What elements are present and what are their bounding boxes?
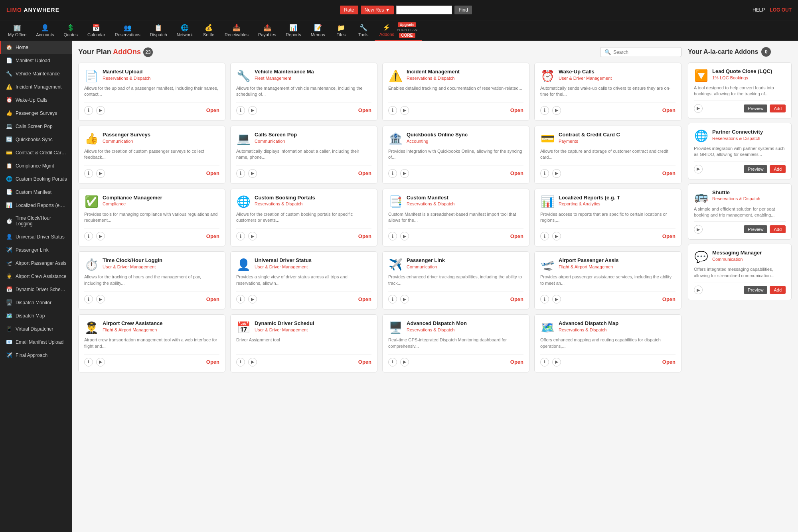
sidebar-item-compliance-mgmt[interactable]: 📋 Compliance Mgmt (0, 159, 72, 172)
addon-open-button-dispatch-map[interactable]: Open (662, 359, 676, 365)
nav-tools[interactable]: 🔧 Tools (352, 20, 375, 41)
sidebar-item-final-approach[interactable]: ✈️ Final Approach (0, 349, 72, 362)
addon-play-icon-quickbooks-sync[interactable]: ▶ (400, 169, 409, 178)
addon-info-icon-passenger-surveys[interactable]: ℹ (84, 169, 93, 178)
addon-info-icon-time-clock[interactable]: ℹ (84, 295, 93, 303)
addon-open-button-universal-driver-status[interactable]: Open (358, 296, 371, 302)
addon-info-icon-incident-management[interactable]: ℹ (388, 106, 397, 115)
addon-open-button-custom-booking-portals[interactable]: Open (358, 233, 371, 239)
nav-quotes[interactable]: 💲 Quotes (59, 20, 83, 41)
addon-info-icon-airport-crew-assistance[interactable]: ℹ (84, 358, 93, 366)
sidebar-item-wake-up-calls[interactable]: ⏰ Wake-Up Calls (0, 93, 72, 106)
sidebar-item-custom-manifest[interactable]: 📑 Custom Manifest (0, 185, 72, 199)
addon-open-button-passenger-link[interactable]: Open (510, 296, 523, 302)
addon-info-icon-custom-booking-portals[interactable]: ℹ (236, 232, 245, 240)
alacarte-add-button-lead-quote-close[interactable]: Add (770, 104, 786, 112)
sidebar-item-quickbooks-sync[interactable]: 🔄 Quickbooks Sync (0, 133, 72, 146)
logout-button[interactable]: LOG OUT (770, 7, 792, 13)
sidebar-item-localized-reports[interactable]: 📊 Localized Reports (e.g. T (0, 199, 72, 212)
addon-play-icon-time-clock[interactable]: ▶ (96, 295, 105, 303)
alacarte-preview-button-messaging-manager[interactable]: Preview (744, 286, 767, 294)
addon-info-icon-airport-passenger-asst[interactable]: ℹ (540, 295, 549, 303)
addon-open-button-contract-credit-card[interactable]: Open (662, 170, 676, 176)
sidebar-item-home[interactable]: 🏠 Home (0, 41, 72, 54)
nav-accounts[interactable]: 👤 Accounts (31, 20, 59, 41)
alacarte-play-icon-lead-quote-close[interactable]: ▶ (694, 104, 703, 113)
addon-open-button-manifest-upload[interactable]: Open (206, 107, 219, 113)
addon-open-button-compliance-mgmt[interactable]: Open (206, 233, 219, 239)
sidebar-item-calls-screen-pop[interactable]: 💻 Calls Screen Pop (0, 120, 72, 133)
sidebar-item-passenger-surveys[interactable]: 👍 Passenger Surveys (0, 106, 72, 120)
alacarte-add-button-shuttle[interactable]: Add (770, 225, 786, 233)
nav-myoffice[interactable]: 🏢 My Office (3, 20, 31, 41)
addon-info-icon-custom-manifest[interactable]: ℹ (388, 232, 397, 240)
nav-files[interactable]: 📁 Files (330, 20, 352, 41)
addon-play-icon-universal-driver-status[interactable]: ▶ (248, 295, 257, 303)
top-search-input[interactable] (396, 6, 452, 14)
addon-play-icon-localized-reports[interactable]: ▶ (552, 232, 561, 240)
addon-play-icon-incident-management[interactable]: ▶ (400, 106, 409, 115)
nav-dispatch[interactable]: 📋 Dispatch (145, 20, 172, 41)
addon-info-icon-calls-screen-pop[interactable]: ℹ (236, 169, 245, 178)
addon-play-icon-airport-crew-assistance[interactable]: ▶ (96, 358, 105, 366)
addon-open-button-dynamic-driver-scheduling[interactable]: Open (358, 359, 371, 365)
sidebar-item-airport-passenger-asst[interactable]: 🛫 Airport Passenger Assis (0, 256, 72, 270)
search-input[interactable] (613, 49, 677, 55)
addon-info-icon-manifest-upload[interactable]: ℹ (84, 106, 93, 115)
addon-info-icon-dispatch-monitor[interactable]: ℹ (388, 358, 397, 366)
alacarte-preview-button-lead-quote-close[interactable]: Preview (744, 104, 767, 112)
sidebar-item-contract-credit-card[interactable]: 💳 Contract & Credit Card C (0, 146, 72, 159)
addon-info-icon-dynamic-driver-scheduling[interactable]: ℹ (236, 358, 245, 366)
addon-open-button-quickbooks-sync[interactable]: Open (510, 170, 523, 176)
addon-play-icon-dynamic-driver-scheduling[interactable]: ▶ (248, 358, 257, 366)
sidebar-item-passenger-link[interactable]: ✈️ Passenger Link (0, 243, 72, 256)
nav-reports[interactable]: 📊 Reports (281, 20, 306, 41)
addon-info-icon-quickbooks-sync[interactable]: ℹ (388, 169, 397, 178)
rate-button[interactable]: Rate (340, 6, 358, 14)
addon-play-icon-calls-screen-pop[interactable]: ▶ (248, 169, 257, 178)
addon-info-icon-contract-credit-card[interactable]: ℹ (540, 169, 549, 178)
addon-play-icon-vehicle-maintenance[interactable]: ▶ (248, 106, 257, 115)
sidebar-item-universal-driver-status[interactable]: 👤 Universal Driver Status (0, 230, 72, 243)
sidebar-item-time-clock[interactable]: ⏱️ Time Clock/Hour Logging (0, 212, 72, 230)
addon-open-button-custom-manifest[interactable]: Open (510, 233, 523, 239)
addon-play-icon-wake-up-calls[interactable]: ▶ (552, 106, 561, 115)
nav-memos[interactable]: 📝 Memos (306, 20, 330, 41)
addon-play-icon-custom-booking-portals[interactable]: ▶ (248, 232, 257, 240)
nav-reservations[interactable]: 👥 Reservations (110, 20, 145, 41)
addon-info-icon-wake-up-calls[interactable]: ℹ (540, 106, 549, 115)
addon-info-icon-compliance-mgmt[interactable]: ℹ (84, 232, 93, 240)
addon-open-button-localized-reports[interactable]: Open (662, 233, 676, 239)
alacarte-play-icon-messaging-manager[interactable]: ▶ (694, 286, 703, 294)
addon-open-button-wake-up-calls[interactable]: Open (662, 107, 676, 113)
addon-play-icon-contract-credit-card[interactable]: ▶ (552, 169, 561, 178)
addon-play-icon-custom-manifest[interactable]: ▶ (400, 232, 409, 240)
nav-calendar[interactable]: 📅 Calendar (83, 20, 110, 41)
find-button[interactable]: Find (454, 6, 472, 14)
sidebar-item-custom-booking-portals[interactable]: 🌐 Custom Booking Portals (0, 172, 72, 185)
sidebar-item-dispatch-monitor[interactable]: 🖥️ Dispatch Monitor (0, 296, 72, 309)
addon-info-icon-localized-reports[interactable]: ℹ (540, 232, 549, 240)
sidebar-item-dynamic-driver-scheduling[interactable]: 📅 Dynamic Driver Schedulin (0, 283, 72, 296)
sidebar-item-incident-management[interactable]: ⚠️ Incident Management (0, 80, 72, 93)
addon-info-icon-universal-driver-status[interactable]: ℹ (236, 295, 245, 303)
addon-play-icon-passenger-link[interactable]: ▶ (400, 295, 409, 303)
alacarte-preview-button-shuttle[interactable]: Preview (744, 225, 767, 233)
alacarte-preview-button-partner-connectivity[interactable]: Preview (744, 165, 767, 173)
addon-open-button-airport-passenger-asst[interactable]: Open (662, 296, 676, 302)
search-box[interactable]: 🔍 (600, 47, 681, 57)
addon-play-icon-airport-passenger-asst[interactable]: ▶ (552, 295, 561, 303)
addon-open-button-incident-management[interactable]: Open (510, 107, 523, 113)
sidebar-item-manifest-upload[interactable]: 📄 Manifest Upload (0, 54, 72, 67)
addon-play-icon-compliance-mgmt[interactable]: ▶ (96, 232, 105, 240)
addon-open-button-time-clock[interactable]: Open (206, 296, 219, 302)
alacarte-add-button-messaging-manager[interactable]: Add (770, 286, 786, 294)
sidebar-item-dispatch-map[interactable]: 🗺️ Dispatch Map (0, 309, 72, 322)
alacarte-play-icon-shuttle[interactable]: ▶ (694, 225, 703, 234)
alacarte-add-button-partner-connectivity[interactable]: Add (770, 165, 786, 173)
sidebar-item-virtual-dispatcher[interactable]: 📱 Virtual Dispatcher (0, 322, 72, 335)
nav-addons[interactable]: ⚡ Addons Upgrade YOUR PLAN CORE (375, 20, 422, 41)
alacarte-play-icon-partner-connectivity[interactable]: ▶ (694, 165, 703, 173)
nav-receivables[interactable]: 📥 Receivables (220, 20, 253, 41)
addon-play-icon-dispatch-monitor[interactable]: ▶ (400, 358, 409, 366)
